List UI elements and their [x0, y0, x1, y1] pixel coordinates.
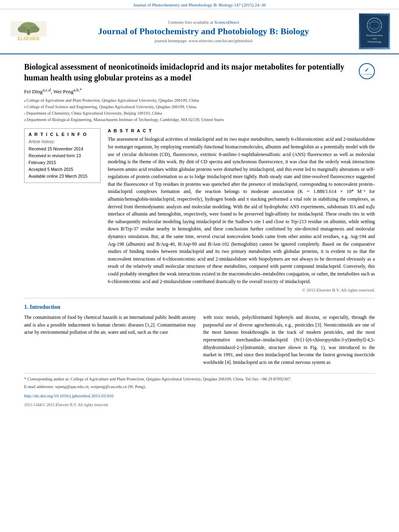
copyright-line: © 2015 Elsevier B.V. All rights reserved…	[108, 288, 375, 292]
authors-line: Fei Dinga,c,d, Wei Penga,b,*	[24, 87, 375, 95]
journal-cover-area: Photochemistry and Photobiology	[356, 13, 393, 49]
affil-c: c Department of Chemistry, China Agricul…	[24, 110, 375, 117]
svg-text:and: and	[372, 37, 376, 40]
main-content: Biological assessment of neonicotinoids …	[0, 54, 399, 415]
crossmark-symbol: ✓	[364, 68, 369, 73]
crossmark-badge: ✓ CrossMark	[359, 63, 375, 79]
sciencedirect-link[interactable]: ScienceDirect	[214, 20, 239, 25]
article-info-title: A R T I C L E I N F O	[29, 132, 96, 137]
issn-line: 1011-1344/© 2015 Elsevier B.V. All right…	[24, 402, 375, 408]
revised-date: Received in revised form 13 February 201…	[29, 152, 96, 166]
intro-col1-text: The contamination of food by chemical ha…	[24, 314, 196, 336]
intro-title: 1. Introduction	[24, 304, 375, 310]
available-date: Available online 23 March 2015	[29, 173, 96, 180]
svg-text:Photochemistry: Photochemistry	[366, 34, 383, 37]
article-title-section: Biological assessment of neonicotinoids …	[24, 62, 375, 83]
svg-rect-2	[27, 29, 30, 35]
intro-col2-text: with toxic metals, polychlorinated biphe…	[203, 314, 375, 366]
article-info-box: A R T I C L E I N F O Article history: R…	[24, 128, 101, 183]
author2-name: Wei Peng	[53, 88, 74, 94]
abstract-title: A B S T R A C T	[108, 128, 375, 133]
doi-area: http://dx.doi.org/10.1016/j.jphotobiol.2…	[24, 392, 375, 399]
svg-point-3	[18, 26, 27, 33]
journal-cover: Photochemistry and Photobiology	[359, 13, 390, 49]
affil-c-text: Department of Chemistry, China Agricultu…	[27, 110, 162, 117]
section-divider	[24, 298, 375, 298]
received-date: Received 15 November 2014	[29, 146, 96, 152]
introduction-section: 1. Introduction The contamination of foo…	[24, 304, 375, 369]
article-info-abstract-section: A R T I C L E I N F O Article history: R…	[24, 128, 375, 292]
corresponding-author-note: * Corresponding author at: College of Ag…	[24, 376, 375, 382]
journal-header: ELSEVIER Contents lists available at Sci…	[0, 9, 399, 54]
article-title: Biological assessment of neonicotinoids …	[24, 62, 354, 83]
affiliations: a College of Agriculture and Plant Prote…	[24, 97, 375, 123]
crossmark-label: CrossMark	[362, 73, 372, 75]
journal-homepage: journal homepage: www.elsevier.com/locat…	[154, 38, 253, 43]
elsevier-logo: ELSEVIER	[10, 21, 47, 41]
svg-point-4	[30, 26, 39, 33]
accepted-date: Accepted 5 March 2015	[29, 166, 96, 173]
abstract-column: A B S T R A C T The assessment of biolog…	[108, 128, 375, 292]
affil-d-text: Department of Biological Engineering, Ma…	[27, 117, 224, 123]
affil-a: a College of Agriculture and Plant Prote…	[24, 97, 375, 104]
author2-sup: a,b,*	[73, 87, 82, 92]
author1-name: Fei Ding	[24, 88, 43, 94]
intro-col1: The contamination of food by chemical ha…	[24, 314, 196, 369]
affil-b: b College of Food Science and Engineerin…	[24, 104, 375, 110]
top-banner: Journal of Photochemistry and Photobiolo…	[0, 0, 399, 9]
svg-text:Photobiology: Photobiology	[368, 41, 382, 43]
intro-col2: with toxic metals, polychlorinated biphe…	[203, 314, 375, 369]
journal-header-center: Contents lists available at ScienceDirec…	[55, 13, 352, 49]
publisher-logo-area: ELSEVIER	[6, 13, 51, 49]
author1-sup: a,c,d	[43, 87, 51, 92]
affil-d: d Department of Biological Engineering, …	[24, 117, 375, 123]
cover-image: Photochemistry and Photobiology	[360, 15, 389, 47]
doi-link[interactable]: http://dx.doi.org/10.1016/j.jphotobiol.2…	[24, 393, 113, 398]
affil-b-text: College of Food Science and Engineering,…	[27, 104, 196, 110]
footnote-area: * Corresponding author at: College of Ag…	[24, 373, 375, 407]
affil-a-text: College of Agriculture and Plant Protect…	[27, 97, 199, 104]
article-history-label: Article history:	[29, 139, 96, 144]
banner-journal-ref: Journal of Photochemistry and Photobiolo…	[133, 2, 266, 7]
svg-text:ELSEVIER: ELSEVIER	[18, 36, 39, 41]
abstract-text: The assessment of biological activities …	[108, 136, 375, 285]
journal-title: Journal of Photochemistry and Photobiolo…	[98, 26, 309, 37]
sciencedirect-line: Contents lists available at ScienceDirec…	[168, 20, 239, 25]
email-note: E-mail addresses: wpeng@qau.edu.cn, weip…	[24, 384, 375, 390]
article-info-column: A R T I C L E I N F O Article history: R…	[24, 128, 101, 292]
intro-body: The contamination of food by chemical ha…	[24, 314, 375, 369]
